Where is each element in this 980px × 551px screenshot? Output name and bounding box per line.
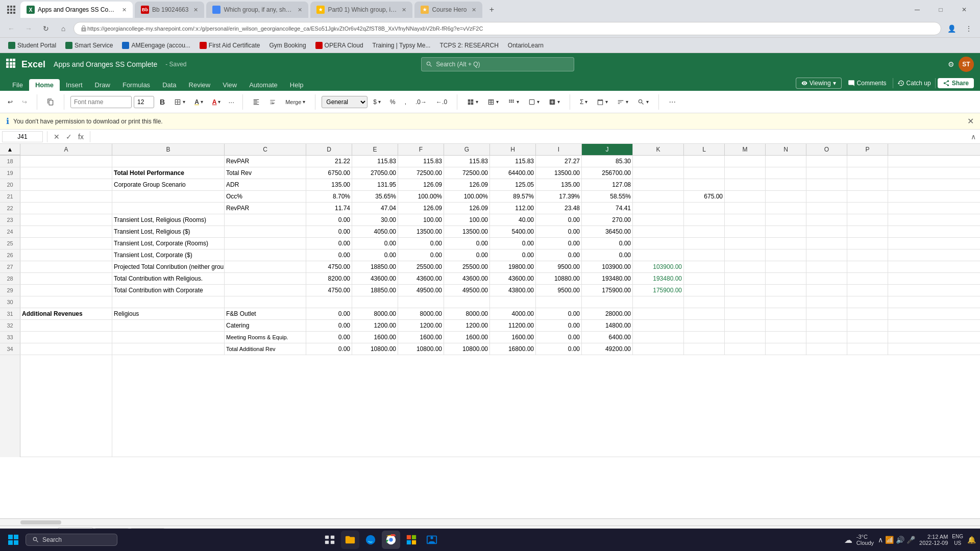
tab-data[interactable]: Data bbox=[156, 79, 182, 91]
cell-p33[interactable] bbox=[847, 332, 888, 343]
cell-m29[interactable] bbox=[725, 285, 766, 296]
cell-i25[interactable]: 0.00 bbox=[536, 238, 582, 249]
cell-p19[interactable] bbox=[847, 167, 888, 179]
cell-i31[interactable]: 0.00 bbox=[536, 308, 582, 319]
cell-p29[interactable] bbox=[847, 285, 888, 296]
cell-l26[interactable] bbox=[684, 249, 725, 261]
row-num-34[interactable]: 34 bbox=[0, 343, 20, 355]
fill-button[interactable]: ▾ bbox=[593, 97, 611, 107]
cell-o24[interactable] bbox=[806, 226, 847, 237]
cell-k34[interactable] bbox=[633, 343, 684, 355]
cell-m21[interactable] bbox=[725, 191, 766, 202]
col-header-h[interactable]: H bbox=[490, 144, 536, 155]
back-button[interactable]: ← bbox=[4, 21, 18, 36]
cell-n28[interactable] bbox=[766, 273, 806, 284]
cell-j33[interactable]: 6400.00 bbox=[582, 332, 633, 343]
cell-o28[interactable] bbox=[806, 273, 847, 284]
cell-m25[interactable] bbox=[725, 238, 766, 249]
cell-k30[interactable] bbox=[633, 296, 684, 308]
scrollbar-thumb[interactable] bbox=[20, 520, 61, 524]
cell-d31[interactable]: 0.00 bbox=[306, 308, 352, 319]
cell-d34[interactable]: 0.00 bbox=[306, 343, 352, 355]
row-num-26[interactable]: 26 bbox=[0, 249, 20, 261]
cell-n25[interactable] bbox=[766, 238, 806, 249]
bookmark-student-portal[interactable]: Student Portal bbox=[4, 41, 60, 50]
cell-j18[interactable]: 85.30 bbox=[582, 156, 633, 167]
cell-l32[interactable] bbox=[684, 320, 725, 331]
cell-b34[interactable] bbox=[112, 343, 225, 355]
bold-button[interactable]: B bbox=[156, 96, 168, 108]
cell-d26[interactable]: 0.00 bbox=[306, 249, 352, 261]
cell-d25[interactable]: 0.00 bbox=[306, 238, 352, 249]
cell-p23[interactable] bbox=[847, 214, 888, 226]
cell-c22[interactable]: RevPAR bbox=[225, 203, 306, 214]
cell-g18[interactable]: 115.83 bbox=[444, 156, 490, 167]
cell-h28[interactable]: 43600.00 bbox=[490, 273, 536, 284]
cell-d18[interactable]: 21.22 bbox=[306, 156, 352, 167]
cell-h20[interactable]: 125.05 bbox=[490, 179, 536, 190]
cell-b33[interactable] bbox=[112, 332, 225, 343]
row-num-23[interactable]: 23 bbox=[0, 214, 20, 226]
cell-n32[interactable] bbox=[766, 320, 806, 331]
cell-o33[interactable] bbox=[806, 332, 847, 343]
cell-p18[interactable] bbox=[847, 156, 888, 167]
taskbar-store-icon[interactable] bbox=[402, 531, 421, 549]
cell-k24[interactable] bbox=[633, 226, 684, 237]
cell-d24[interactable]: 0.00 bbox=[306, 226, 352, 237]
formula-input[interactable] bbox=[94, 133, 967, 140]
cell-f31[interactable]: 8000.00 bbox=[398, 308, 444, 319]
cell-o26[interactable] bbox=[806, 249, 847, 261]
cell-a32[interactable] bbox=[20, 320, 112, 331]
fill-color-button[interactable]: A ▾ bbox=[191, 97, 207, 107]
cell-e28[interactable]: 43600.00 bbox=[352, 273, 398, 284]
tab-close-which[interactable]: ✕ bbox=[298, 7, 302, 13]
font-more-button[interactable]: ··· bbox=[226, 97, 236, 107]
browser-settings-icon[interactable]: ⋮ bbox=[962, 21, 976, 36]
cell-b24[interactable]: Transient Lost, Religious ($) bbox=[112, 226, 225, 237]
cell-k28[interactable]: 193480.00 bbox=[633, 273, 684, 284]
cell-b32[interactable] bbox=[112, 320, 225, 331]
cell-j29[interactable]: 175900.00 bbox=[582, 285, 633, 296]
borders-button[interactable]: ▾ bbox=[170, 97, 189, 107]
cell-l29[interactable] bbox=[684, 285, 725, 296]
tab-close-part0[interactable]: ✕ bbox=[402, 7, 406, 13]
cell-h21[interactable]: 89.57% bbox=[490, 191, 536, 202]
cell-h23[interactable]: 40.00 bbox=[490, 214, 536, 226]
cell-o21[interactable] bbox=[806, 191, 847, 202]
cell-h18[interactable]: 115.83 bbox=[490, 156, 536, 167]
cell-d33[interactable]: 0.00 bbox=[306, 332, 352, 343]
cell-b27[interactable]: Projected Total Conribution (neither gro… bbox=[112, 261, 225, 272]
cell-m31[interactable] bbox=[725, 308, 766, 319]
row-num-21[interactable]: 21 bbox=[0, 191, 20, 202]
cell-f27[interactable]: 25500.00 bbox=[398, 261, 444, 272]
cell-n34[interactable] bbox=[766, 343, 806, 355]
undo-button[interactable]: ↩ bbox=[4, 97, 16, 107]
cell-j34[interactable]: 49200.00 bbox=[582, 343, 633, 355]
cell-j26[interactable]: 0.00 bbox=[582, 249, 633, 261]
col-header-o[interactable]: O bbox=[806, 144, 847, 155]
cell-d28[interactable]: 8200.00 bbox=[306, 273, 352, 284]
cell-m20[interactable] bbox=[725, 179, 766, 190]
sort-filter-button[interactable]: ▾ bbox=[614, 97, 632, 107]
insert-cells-button[interactable]: ▾ bbox=[545, 97, 564, 107]
sum-button[interactable]: Σ▾ bbox=[576, 97, 591, 107]
cell-o32[interactable] bbox=[806, 320, 847, 331]
cell-i34[interactable]: 0.00 bbox=[536, 343, 582, 355]
cell-a19[interactable] bbox=[20, 167, 112, 179]
cell-k27[interactable]: 103900.00 bbox=[633, 261, 684, 272]
col-header-j[interactable]: J bbox=[582, 144, 633, 155]
cell-c21[interactable]: Occ% bbox=[225, 191, 306, 202]
cell-a30[interactable] bbox=[20, 296, 112, 308]
tab-help[interactable]: Help bbox=[284, 79, 310, 91]
cell-e23[interactable]: 30.00 bbox=[352, 214, 398, 226]
cell-c23[interactable] bbox=[225, 214, 306, 226]
formula-expand-button[interactable]: ∧ bbox=[969, 133, 978, 141]
cell-a31[interactable]: Additional Revenues bbox=[20, 308, 112, 319]
cell-k19[interactable] bbox=[633, 167, 684, 179]
cell-g23[interactable]: 100.00 bbox=[444, 214, 490, 226]
cell-d32[interactable]: 0.00 bbox=[306, 320, 352, 331]
new-tab-button[interactable]: + bbox=[484, 3, 499, 17]
weather-info[interactable]: -3°C Cloudy bbox=[856, 534, 874, 546]
cell-g26[interactable]: 0.00 bbox=[444, 249, 490, 261]
cell-k29[interactable]: 175900.00 bbox=[633, 285, 684, 296]
